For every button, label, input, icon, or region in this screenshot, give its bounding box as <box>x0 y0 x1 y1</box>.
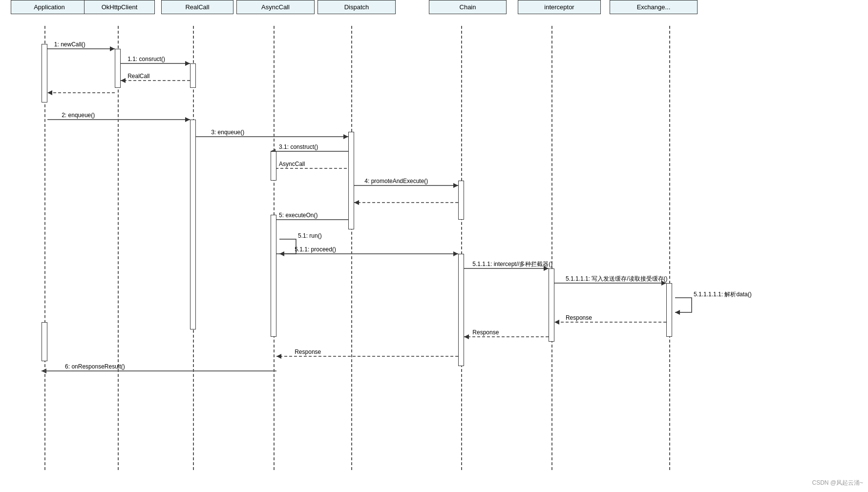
svg-text:1: newCall(): 1: newCall() <box>54 41 85 48</box>
sequence-diagram: 1: newCall()1.1: consruct()RealCall2: en… <box>0 0 868 492</box>
svg-text:5.1.1.1: intercept//多种拦截器(): 5.1.1.1: intercept//多种拦截器() <box>472 261 552 267</box>
lifeline-exchange <box>669 26 670 470</box>
svg-text:RealCall: RealCall <box>127 73 149 80</box>
svg-marker-27 <box>354 200 359 205</box>
svg-text:1.1: consruct(): 1.1: consruct() <box>127 56 165 62</box>
activation-interceptor <box>549 268 554 342</box>
actor-chain: Chain <box>429 0 507 14</box>
activation-chain <box>458 181 464 220</box>
activation-app <box>42 44 47 102</box>
actor-okhttpclient: OkHttpClient <box>84 0 155 14</box>
svg-text:5.1.1.1.1.1: 解析data(): 5.1.1.1.1.1: 解析data() <box>694 291 752 298</box>
svg-text:3.1: construct(): 3.1: construct() <box>279 144 318 150</box>
lifeline-dispatch <box>351 26 352 470</box>
svg-marker-10 <box>47 90 52 95</box>
actor-realcall: RealCall <box>161 0 233 14</box>
svg-text:3: enqueue(): 3: enqueue() <box>211 129 244 136</box>
actor-dispatch: Dispatch <box>318 0 396 14</box>
svg-text:5.1.1: proceed(): 5.1.1: proceed() <box>295 246 336 253</box>
svg-text:AsyncCall: AsyncCall <box>279 161 305 167</box>
svg-marker-15 <box>343 134 348 139</box>
activation-app <box>42 322 47 361</box>
activation-asynccall <box>271 215 276 337</box>
lifeline-chain <box>461 26 462 470</box>
activation-exchange <box>666 283 672 337</box>
actor-app: Application <box>11 0 88 14</box>
svg-marker-7 <box>121 78 126 83</box>
activation-dispatch <box>348 132 354 229</box>
svg-marker-4 <box>185 61 190 66</box>
activation-okhttpclient <box>115 49 121 88</box>
svg-marker-12 <box>185 117 190 122</box>
svg-marker-37 <box>544 266 549 271</box>
actor-exchange: Exchange... <box>610 0 698 14</box>
svg-text:2: enqueue(): 2: enqueue() <box>62 112 95 119</box>
activation-chain <box>458 254 464 366</box>
svg-marker-1 <box>110 46 115 51</box>
svg-marker-51 <box>276 354 281 359</box>
activation-realcall <box>190 120 196 329</box>
activation-asynccall <box>271 151 276 181</box>
svg-marker-48 <box>464 334 469 339</box>
svg-marker-34 <box>453 251 458 256</box>
lifeline-interceptor <box>551 26 552 470</box>
svg-marker-54 <box>42 369 46 373</box>
svg-marker-31 <box>279 251 284 256</box>
svg-text:5: executeOn(): 5: executeOn() <box>279 212 318 219</box>
svg-text:Response: Response <box>472 329 499 336</box>
svg-text:Response: Response <box>295 348 321 355</box>
svg-marker-42 <box>675 310 680 315</box>
svg-marker-40 <box>661 281 666 286</box>
activation-realcall <box>190 63 196 88</box>
svg-marker-24 <box>453 183 458 188</box>
actor-asynccall: AsyncCall <box>236 0 315 14</box>
watermark: CSDN @风起云涌~ <box>812 479 863 487</box>
svg-text:Response: Response <box>566 314 592 321</box>
svg-text:6: onResponseResult(): 6: onResponseResult() <box>65 363 125 370</box>
lifeline-okhttpclient <box>118 26 119 470</box>
actor-interceptor: interceptor <box>518 0 601 14</box>
svg-text:4: promoteAndExecute(): 4: promoteAndExecute() <box>364 178 428 184</box>
svg-text:5.1: run(): 5.1: run() <box>298 232 322 239</box>
svg-marker-45 <box>554 320 559 325</box>
svg-text:5.1.1.1.1: 写入发送缓存/读取接受缓存(): 5.1.1.1.1: 写入发送缓存/读取接受缓存() <box>566 275 668 282</box>
